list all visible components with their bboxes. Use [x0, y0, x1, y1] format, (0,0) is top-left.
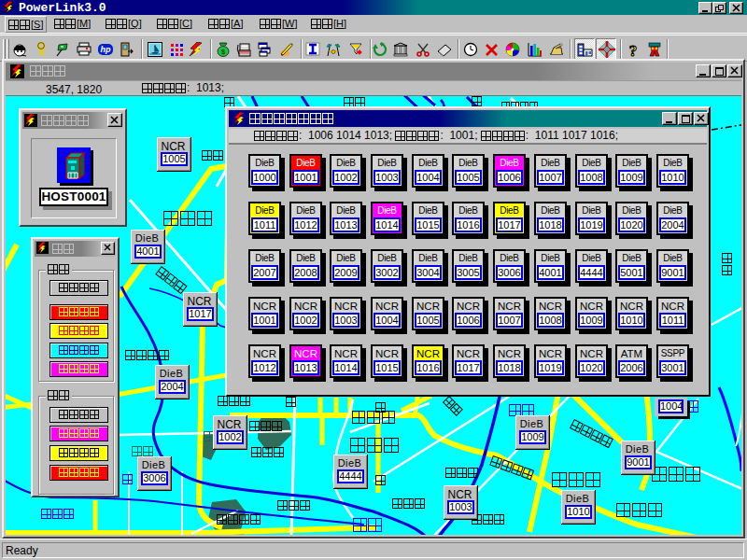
svg-text:$: $ [221, 48, 226, 56]
svg-text:?: ? [629, 42, 638, 57]
svg-text:hp: hp [101, 45, 111, 54]
